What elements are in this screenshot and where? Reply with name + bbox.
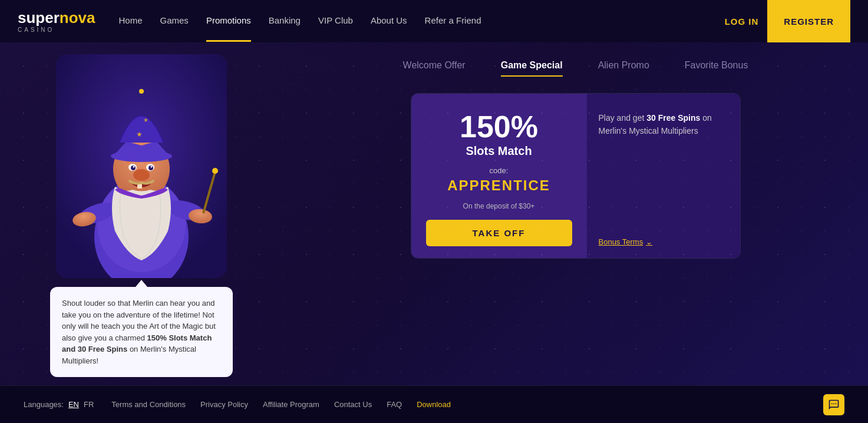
svg-point-19 — [133, 166, 135, 168]
logo-name: supernova — [18, 10, 95, 25]
nav-refer-friend[interactable]: Refer a Friend — [425, 15, 481, 28]
tab-alien-promo[interactable]: Alien Promo — [598, 60, 649, 75]
code-label: code: — [490, 166, 509, 175]
logo-sub: CASINO — [18, 27, 95, 33]
tab-favorite-bonus[interactable]: Favorite Bonus — [685, 60, 748, 75]
promo-card: 150% Slots Match code: APPRENTICE On the… — [411, 93, 741, 259]
lang-fr[interactable]: FR — [84, 400, 94, 409]
nav-games[interactable]: Games — [160, 15, 189, 28]
promo-tabs: Welcome Offer Game Special Alien Promo F… — [403, 60, 748, 75]
promo-card-right: Play and get 30 Free Spins on Merlin's M… — [587, 94, 740, 258]
footer-faq[interactable]: FAQ — [387, 400, 402, 409]
nav-promotions[interactable]: Promotions — [206, 15, 251, 28]
footer-affiliate[interactable]: Affiliate Program — [263, 400, 319, 409]
deposit-label: On the deposit of $30+ — [463, 202, 535, 210]
tab-welcome-offer[interactable]: Welcome Offer — [403, 60, 466, 75]
wizard-image: ★ ☽ ★ ✦ — [56, 54, 227, 278]
svg-point-12 — [212, 168, 218, 174]
login-button[interactable]: LOG IN — [725, 16, 759, 27]
svg-rect-27 — [833, 403, 834, 404]
code-value: APPRENTICE — [447, 177, 550, 194]
footer-contact[interactable]: Contact Us — [334, 400, 372, 409]
bonus-terms-label: Bonus Terms — [599, 237, 643, 246]
tab-game-special[interactable]: Game Special — [501, 60, 563, 75]
free-spins-bold: 30 Free Spins — [646, 113, 700, 123]
footer-download[interactable]: Download — [417, 400, 451, 409]
chevron-down-icon: ⌄ — [646, 237, 652, 246]
svg-point-25 — [139, 89, 144, 94]
nav-home[interactable]: Home — [119, 15, 143, 28]
main-nav: Home Games Promotions Banking VIP Club A… — [119, 15, 725, 28]
promo-card-left: 150% Slots Match code: APPRENTICE On the… — [411, 94, 587, 258]
bonus-percent: 150% — [460, 111, 538, 142]
svg-text:★: ★ — [143, 117, 148, 123]
free-spins-suffix: on Merlin's Mystical Multipliers — [599, 113, 712, 136]
header-auth: LOG IN REGISTER — [725, 0, 850, 42]
chat-button[interactable] — [823, 394, 844, 415]
footer-languages: Languages: EN FR — [24, 400, 94, 409]
register-button[interactable]: REGISTER — [767, 0, 850, 42]
speech-bubble: Shout louder so that Merlin can hear you… — [50, 287, 233, 377]
wizard-illustration: ★ ☽ ★ ✦ — [56, 54, 227, 278]
nav-about-us[interactable]: About Us — [371, 15, 407, 28]
bonus-type: Slots Match — [466, 144, 532, 158]
take-off-button[interactable]: TAKE OFF — [426, 220, 572, 246]
nav-vip-club[interactable]: VIP Club — [318, 15, 353, 28]
svg-point-22 — [111, 150, 172, 162]
svg-point-20 — [151, 166, 153, 168]
right-panel: Welcome Offer Game Special Alien Promo F… — [283, 42, 868, 385]
languages-label: Languages: — [24, 400, 64, 409]
logo[interactable]: supernova CASINO — [18, 10, 95, 33]
left-panel: ★ ☽ ★ ✦ — [0, 42, 283, 385]
svg-rect-26 — [831, 403, 833, 404]
header: supernova CASINO Home Games Promotions B… — [0, 0, 868, 42]
main-content: ★ ☽ ★ ✦ — [0, 42, 868, 385]
free-spins-prefix: Play and get — [599, 113, 647, 123]
svg-text:★: ★ — [136, 130, 143, 138]
footer-terms[interactable]: Terms and Conditions — [111, 400, 186, 409]
footer-privacy[interactable]: Privacy Policy — [200, 400, 248, 409]
footer: Languages: EN FR Terms and Conditions Pr… — [0, 385, 868, 423]
svg-point-14 — [133, 169, 150, 181]
lang-en[interactable]: EN — [68, 400, 79, 409]
bonus-terms-link[interactable]: Bonus Terms ⌄ — [599, 237, 728, 246]
svg-rect-28 — [836, 403, 837, 404]
footer-links: Terms and Conditions Privacy Policy Affi… — [111, 400, 806, 409]
chat-icon — [828, 399, 840, 411]
free-spins-text: Play and get 30 Free Spins on Merlin's M… — [599, 111, 728, 138]
nav-banking[interactable]: Banking — [269, 15, 301, 28]
